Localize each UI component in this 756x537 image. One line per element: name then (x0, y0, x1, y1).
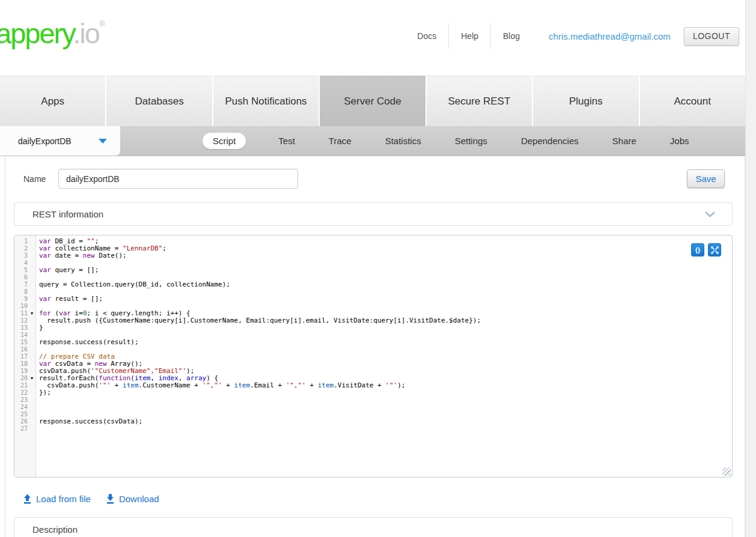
fold-gutter (28, 317, 36, 324)
code-line[interactable]: 4 (14, 259, 732, 267)
script-selector-dropdown[interactable]: dailyExportDB (0, 126, 120, 156)
nav-tab-apps[interactable]: Apps (0, 76, 105, 126)
code-line[interactable]: 15response.success(result); (14, 339, 732, 346)
code-lines[interactable]: 1var DB_id = "";2var collectionName = "L… (14, 235, 732, 432)
nav-tab-label: Account (674, 96, 711, 108)
code-editor[interactable]: 1var DB_id = "";2var collectionName = "L… (14, 235, 733, 478)
fold-arrow-icon[interactable]: ▼ (28, 310, 36, 317)
fold-gutter (28, 296, 36, 303)
sub-nav-item-share[interactable]: Share (611, 133, 638, 149)
name-row: Name Save (5, 156, 745, 189)
main-nav: AppsDatabasesPush NotificationsServer Co… (0, 76, 745, 126)
rest-information-panel[interactable]: REST information (14, 202, 733, 226)
sub-nav: dailyExportDB ScriptTestTraceStatisticsS… (0, 126, 745, 156)
sub-nav-item-test[interactable]: Test (277, 133, 296, 149)
fold-arrow-icon[interactable]: ▼ (28, 375, 36, 382)
nav-tab-push-notifications[interactable]: Push Notifications (213, 76, 319, 126)
code-text (36, 396, 39, 404)
code-line[interactable]: 23 (14, 396, 732, 404)
line-number: 18 (14, 360, 28, 368)
fullscreen-button[interactable] (708, 243, 721, 256)
fold-gutter (28, 259, 36, 267)
line-number: 20 (14, 375, 28, 382)
header-links: Docs Help Blog chris.mediathread@gmail.c… (405, 23, 739, 49)
fold-gutter (28, 396, 36, 404)
fold-gutter (28, 368, 36, 375)
download-icon (106, 494, 114, 504)
code-line[interactable]: 3var date = new Date(); (14, 252, 732, 259)
code-line[interactable]: 27 (14, 425, 732, 432)
nav-tab-plugins[interactable]: Plugins (533, 76, 638, 126)
line-number: 9 (14, 296, 28, 303)
line-number: 27 (14, 425, 28, 432)
line-number: 16 (14, 346, 28, 353)
code-line[interactable]: 7query = Collection.query(DB_id, collect… (14, 281, 732, 288)
code-line[interactable]: 8 (14, 288, 732, 296)
appery-logo[interactable]: appery.io® (0, 17, 105, 50)
line-number: 22 (14, 389, 28, 396)
code-line[interactable]: 9var result = []; (14, 296, 732, 303)
help-link[interactable]: Help (449, 31, 490, 41)
line-number: 1 (14, 238, 28, 245)
code-text: response.success(csvData); (36, 418, 142, 425)
fold-gutter (28, 353, 36, 360)
download-label: Download (119, 494, 159, 504)
code-line[interactable]: 5var query = []; (14, 267, 732, 274)
sub-nav-item-statistics[interactable]: Statistics (384, 133, 422, 149)
nav-tab-label: Secure REST (448, 96, 510, 108)
line-number: 19 (14, 368, 28, 375)
docs-link[interactable]: Docs (405, 31, 448, 41)
code-line[interactable]: 12 result.push ({CustomerName:query[i].C… (14, 317, 732, 324)
sub-nav-item-script[interactable]: Script (203, 133, 246, 149)
sub-nav-item-trace[interactable]: Trace (328, 133, 353, 149)
line-number: 24 (14, 404, 28, 411)
line-number: 14 (14, 332, 28, 339)
code-text: query = Collection.query(DB_id, collecti… (36, 281, 230, 288)
sub-nav-item-settings[interactable]: Settings (454, 133, 489, 149)
fold-gutter (28, 382, 36, 389)
code-text: } (36, 324, 43, 332)
code-text: }); (36, 389, 51, 396)
nav-tab-databases[interactable]: Databases (106, 76, 212, 126)
fold-gutter (28, 339, 36, 346)
script-name-input[interactable] (58, 169, 298, 189)
code-line[interactable]: 13} (14, 324, 732, 332)
code-line[interactable]: 16 (14, 346, 732, 353)
fold-gutter (28, 324, 36, 332)
account-email-link[interactable]: chris.mediathread@gmail.com (549, 31, 671, 41)
code-line[interactable]: 22}); (14, 389, 732, 396)
code-text: var date = new Date(); (36, 252, 127, 259)
fold-gutter (28, 418, 36, 425)
line-number: 23 (14, 396, 28, 404)
blog-link[interactable]: Blog (491, 31, 532, 41)
code-text: var result = []; (36, 296, 103, 303)
line-number: 5 (14, 267, 28, 274)
download-link[interactable]: Download (106, 494, 159, 504)
fold-gutter (28, 245, 36, 252)
description-panel[interactable]: Description (14, 517, 733, 537)
code-line[interactable]: 21 csvData.push('"' + item.CustomerName … (14, 382, 732, 389)
nav-tab-secure-rest[interactable]: Secure REST (427, 76, 532, 126)
save-button[interactable]: Save (687, 169, 725, 188)
load-from-file-link[interactable]: Load from file (23, 494, 91, 504)
nav-tab-account[interactable]: Account (640, 76, 745, 126)
code-line[interactable]: 24 (14, 404, 732, 411)
file-links: Load from file Download (23, 492, 745, 505)
logout-button[interactable]: LOGOUT (684, 27, 739, 46)
upload-icon (23, 494, 31, 504)
line-number: 26 (14, 418, 28, 425)
beautify-code-button[interactable]: {} (691, 243, 704, 256)
sub-nav-item-jobs[interactable]: Jobs (669, 133, 690, 149)
nav-tab-label: Databases (135, 96, 183, 108)
page: appery.io® Docs Help Blog chris.mediathr… (0, 0, 745, 537)
line-number: 7 (14, 281, 28, 288)
nav-tab-server-code[interactable]: Server Code (320, 76, 425, 126)
browser-scrollbar[interactable] (745, 0, 756, 537)
sub-nav-item-dependencies[interactable]: Dependencies (520, 133, 580, 149)
description-label: Description (32, 524, 732, 535)
editor-resize-handle[interactable] (722, 467, 731, 476)
code-line[interactable]: 26response.success(csvData); (14, 418, 732, 425)
line-number: 13 (14, 324, 28, 332)
header: appery.io® Docs Help Blog chris.mediathr… (0, 0, 745, 76)
editor-toolbar: {} (691, 243, 721, 256)
